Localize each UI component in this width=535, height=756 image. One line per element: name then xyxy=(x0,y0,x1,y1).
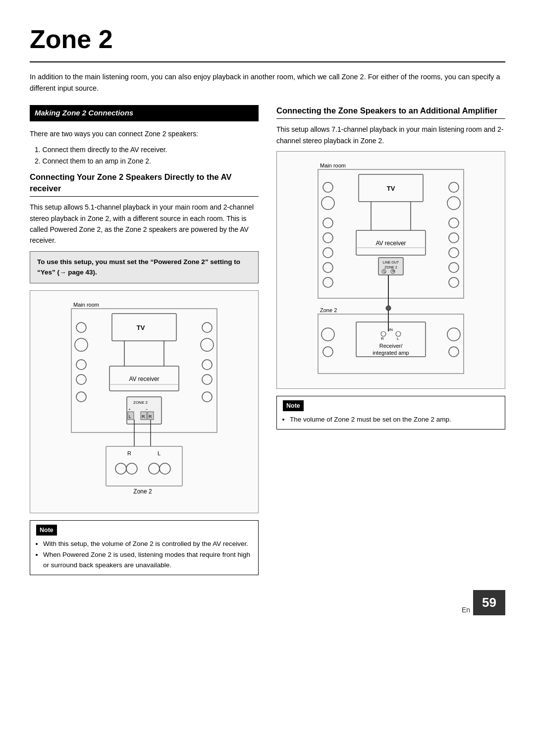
note-list-right: The volume of Zone 2 must be set on the … xyxy=(290,414,499,425)
main-room-label-r: Main room xyxy=(320,162,346,168)
r-in-label: R xyxy=(381,336,384,341)
zone2-speaker-r2 xyxy=(160,463,170,474)
ways-item-2: Connect them to an amp in Zone 2. xyxy=(35,156,259,166)
svg-point-9 xyxy=(323,277,333,287)
r-label2: R xyxy=(127,450,131,456)
av-receiver-label: AV receiver xyxy=(129,376,159,382)
note-label-left: Note xyxy=(36,525,57,536)
plus-label: + xyxy=(128,407,131,412)
note-label-right: Note xyxy=(283,400,304,411)
svg-point-27 xyxy=(381,331,386,336)
left-speaker-bot3 xyxy=(76,392,86,402)
svg-point-4 xyxy=(321,197,334,210)
l-label2: L xyxy=(158,450,160,456)
svg-point-16 xyxy=(449,277,459,287)
note-item-right-1: The volume of Zone 2 must be set on the … xyxy=(290,414,499,425)
direct-body-text: This setup allows 5.1-channel playback i… xyxy=(30,202,259,246)
ways-item-1: Connect them directly to the AV receiver… xyxy=(35,144,259,155)
note-box-right: Note The volume of Zone 2 must be set on… xyxy=(276,396,505,430)
note-item-left-2: When Powered Zone 2 is used, listening m… xyxy=(43,549,252,571)
ways-list: Connect them directly to the AV receiver… xyxy=(35,144,259,166)
right-speaker-bot2 xyxy=(202,375,212,384)
minus-label: − xyxy=(146,407,148,412)
right-speaker-bot xyxy=(202,360,212,370)
intro-text: In addition to the main listening room, … xyxy=(30,71,505,94)
main-room-label: Main room xyxy=(73,302,99,308)
svg-point-12 xyxy=(449,218,459,228)
left-speaker-bot xyxy=(76,360,86,370)
l-in-label: L xyxy=(397,336,399,341)
zone2-small-label: ZONE 2 xyxy=(384,266,397,269)
left-column: Making Zone 2 Connections There are two … xyxy=(30,105,259,575)
ways-intro: There are two ways you can connect Zone … xyxy=(30,128,259,139)
right-speaker-mid xyxy=(201,338,214,351)
diagram-right: Main room TV xyxy=(276,151,505,389)
r-terminal-label2: R xyxy=(149,414,152,419)
callout-text: To use this setup, you must set the “Pow… xyxy=(37,258,240,276)
svg-point-7 xyxy=(323,248,333,258)
tv-label: TV xyxy=(137,324,145,331)
r-terminal-label: R xyxy=(142,414,145,419)
sub-heading-additional-amp: Connecting the Zone Speakers to an Addit… xyxy=(276,105,505,119)
receiver-label: Receiver/ xyxy=(379,343,403,349)
note-item-left-1: With this setup, the volume of Zone 2 is… xyxy=(43,539,252,549)
additional-amp-body: This setup allows 7.1-channel playback i… xyxy=(276,124,505,146)
left-speaker-top xyxy=(76,323,86,332)
note-box-left: Note With this setup, the volume of Zone… xyxy=(30,520,259,575)
svg-point-14 xyxy=(449,248,459,258)
svg-point-10 xyxy=(449,182,459,192)
left-speaker-mid xyxy=(75,338,88,351)
zone2-label-r: Zone 2 xyxy=(320,307,337,313)
zone2-terminal-label: ZONE 2 xyxy=(133,400,148,405)
l-terminal-label: L xyxy=(129,414,131,419)
diagram-right-svg: Main room TV xyxy=(314,159,468,381)
svg-point-28 xyxy=(396,331,401,336)
svg-point-13 xyxy=(449,233,459,243)
left-speaker-bot2 xyxy=(76,375,86,384)
page-footer: En 59 xyxy=(30,590,505,615)
right-speaker-bot3 xyxy=(202,392,212,402)
diagram-left: Main room TV AV re xyxy=(30,290,259,513)
svg-point-5 xyxy=(323,218,333,228)
svg-point-24 xyxy=(386,306,391,311)
zone2-speaker-l1 xyxy=(115,463,126,474)
zone2-speaker-l2 xyxy=(126,463,137,474)
integrated-amp-label: integrated amp xyxy=(373,350,409,356)
svg-point-29 xyxy=(321,328,334,341)
page-title: Zone 2 xyxy=(30,20,505,62)
zone2-label: Zone 2 xyxy=(133,488,152,495)
svg-point-11 xyxy=(447,197,460,210)
in-label: IN xyxy=(389,327,393,332)
svg-point-30 xyxy=(323,347,333,357)
right-column: Connecting the Zone Speakers to an Addit… xyxy=(276,105,505,429)
svg-point-31 xyxy=(447,328,460,341)
right-speaker-top xyxy=(202,323,212,332)
note-list-left: With this setup, the volume of Zone 2 is… xyxy=(43,539,252,571)
making-zone2-heading: Making Zone 2 Connections xyxy=(30,105,259,121)
sub-heading-direct: Connecting Your Zone 2 Speakers Directly… xyxy=(30,171,259,197)
svg-point-8 xyxy=(323,263,333,272)
av-receiver-label-r: AV receiver xyxy=(375,240,406,247)
svg-point-15 xyxy=(449,263,459,272)
svg-point-3 xyxy=(323,182,333,192)
callout-box: To use this setup, you must set the “Pow… xyxy=(30,251,259,283)
zone2-speaker-r1 xyxy=(149,463,160,474)
en-label: En xyxy=(462,605,470,615)
svg-point-6 xyxy=(323,233,333,243)
zone2-box xyxy=(106,446,182,486)
two-col-layout: Making Zone 2 Connections There are two … xyxy=(30,105,505,575)
svg-point-32 xyxy=(449,347,459,357)
diagram-left-svg: Main room TV AV re xyxy=(67,298,221,506)
page-number: 59 xyxy=(473,590,505,615)
tv-label-r: TV xyxy=(387,185,395,192)
line-out-label: LINE OUT xyxy=(383,261,399,264)
